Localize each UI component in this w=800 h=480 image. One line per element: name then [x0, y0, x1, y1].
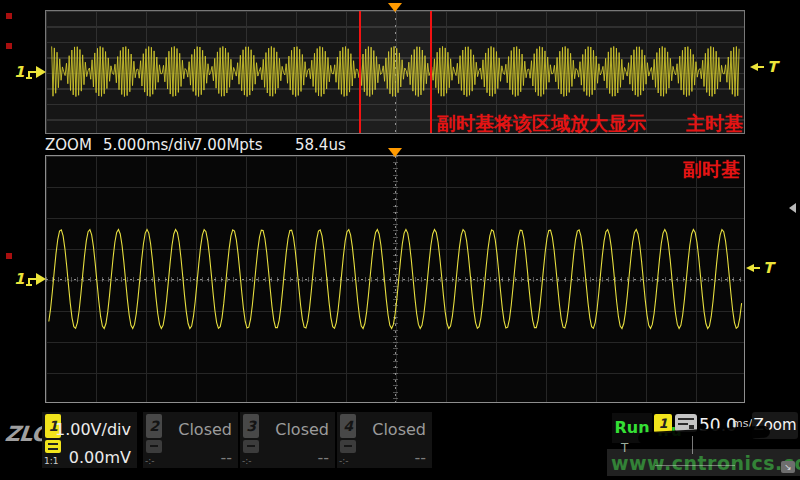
main-timebase-graticule: 副时基将该区域放大显示 主时基: [45, 10, 745, 134]
channel3-badge: 3: [243, 414, 259, 438]
ground-arrow-icon: [25, 64, 47, 80]
channel1-status[interactable]: 1 1:1 1.00V/div 0.00mV: [42, 412, 137, 468]
off-dash-icon: [340, 440, 356, 453]
dc-coupling-icon: [45, 440, 61, 453]
channel1-offset: 0.00mV: [69, 448, 131, 467]
menu-collapse-arrow[interactable]: [789, 203, 796, 213]
zoom-region-annotation: 副时基将该区域放大显示: [437, 111, 646, 137]
trigger-delay: 58.4us: [295, 136, 346, 154]
channel2-probe-ratio: -:-: [145, 456, 155, 466]
channel4-badge: 4: [340, 414, 356, 438]
zoom-label: ZOOM: [45, 136, 92, 154]
zoom-timebase-graticule: 副时基: [45, 155, 745, 403]
off-dash-icon: [146, 440, 162, 453]
zoom-window[interactable]: [359, 11, 432, 133]
left-edge-marker: [6, 13, 12, 19]
channel1-position-marker[interactable]: 1: [14, 270, 47, 288]
channel3-state: Closed: [275, 420, 329, 439]
ground-arrow-icon: [25, 271, 47, 287]
channel3-offset: --: [317, 448, 329, 467]
watermark: www.cntronics.com: [611, 452, 800, 474]
trigger-level-marker[interactable]: T: [746, 259, 773, 277]
corner-resize-icon: ↘: [781, 461, 795, 473]
status-bar: ZLG® 1 1:1 1.00V/div 0.00mV 2 -:- Closed…: [0, 408, 800, 480]
trigger-level-marker[interactable]: T: [750, 58, 777, 76]
channel2-state: Closed: [178, 420, 232, 439]
memory-depth: 7.00Mpts: [193, 136, 263, 154]
channel1-scale: 1.00V/div: [55, 420, 131, 439]
trigger-position-marker[interactable]: [388, 3, 402, 12]
channel4-offset: --: [414, 448, 426, 467]
channel4-status[interactable]: 4 -:- Closed --: [337, 412, 432, 468]
trigger-position-marker[interactable]: [388, 148, 402, 157]
zoom-timebase-label: 副时基: [683, 157, 740, 183]
channel3-status[interactable]: 3 -:- Closed --: [240, 412, 335, 468]
channel2-badge: 2: [146, 414, 162, 438]
left-edge-marker: [6, 253, 12, 259]
arrow-left-icon: [746, 264, 754, 272]
left-edge-marker: [6, 43, 12, 49]
channel2-status[interactable]: 2 -:- Closed --: [143, 412, 238, 468]
channel2-offset: --: [220, 448, 232, 467]
watermark-plug-line: [692, 436, 693, 454]
channel4-state: Closed: [372, 420, 426, 439]
channel4-probe-ratio: -:-: [339, 456, 349, 466]
zoom-scale: 5.000ms/div: [103, 136, 196, 154]
main-timebase-label: 主时基: [686, 111, 743, 137]
channel3-probe-ratio: -:-: [242, 456, 252, 466]
off-dash-icon: [243, 440, 259, 453]
channel1-position-marker[interactable]: 1: [14, 63, 47, 81]
watermark-plug-line: [655, 465, 735, 466]
channel1-probe-ratio: 1:1: [44, 456, 58, 466]
oscilloscope-screen: 副时基将该区域放大显示 主时基 1 T ZOOM 5.000ms/div 7.0…: [0, 0, 800, 480]
arrow-left-icon: [750, 63, 758, 71]
